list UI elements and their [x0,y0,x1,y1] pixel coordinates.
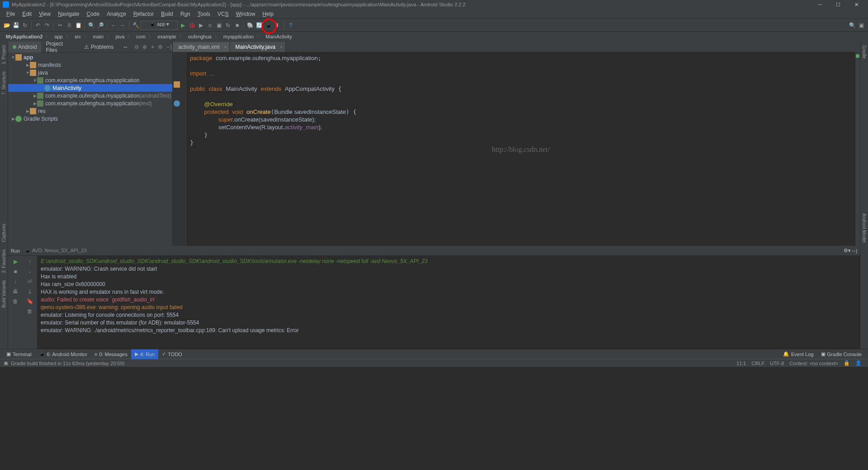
breadcrumb-item[interactable]: main [90,34,105,39]
menu-tools[interactable]: Tools [194,9,214,19]
tree-node[interactable]: ▼com.example.oufenghua.myapplication [8,76,172,84]
stop-run-icon[interactable]: ■ [11,268,19,276]
tree-node[interactable]: MainActivity [8,84,172,92]
menu-refactor[interactable]: Refactor [130,9,157,19]
menu-view[interactable]: View [35,9,54,19]
hector-icon[interactable]: 👤 [853,360,864,366]
tree-node[interactable]: ▶com.example.oufenghua.myapplication (an… [8,92,172,99]
breadcrumb-item[interactable]: app [51,34,64,39]
menu-run[interactable]: Run [177,9,194,19]
breadcrumb-item[interactable]: MyApplication2 [3,34,44,39]
build-icon[interactable]: 🔨 [132,21,140,29]
tree-node[interactable]: ▶com.example.oufenghua.myapplication (te… [8,99,172,107]
settings-icon[interactable]: ▣ [857,21,865,29]
open-icon[interactable]: 📂 [3,21,11,29]
gutter[interactable] [173,52,186,246]
build-variants-tool-button[interactable]: Build Variants [0,277,7,311]
implements-gutter-icon[interactable] [174,100,180,107]
run-icon[interactable]: ▶ [179,21,187,29]
back-icon[interactable]: ← [109,21,118,29]
close-button[interactable]: ✕ [847,0,865,9]
menu-analyze[interactable]: Analyze [103,9,130,19]
tree-node[interactable]: ▶manifests [8,61,172,69]
coverage-icon[interactable]: ▣ [215,21,223,29]
close-icon[interactable]: × [280,45,283,50]
breadcrumb-item[interactable]: oufenghua [185,34,213,39]
tree-node[interactable]: ▶res [8,107,172,115]
wrap-icon[interactable]: ⏎ [26,277,34,286]
project-tool-button[interactable]: 1: Project [0,42,7,68]
stop-icon[interactable]: ■ [233,21,241,29]
debug-icon[interactable]: 🐞 [188,21,196,29]
run-button[interactable]: ▶ 4: Run [131,349,158,359]
menu-build[interactable]: Build [157,9,177,19]
menu-vcs[interactable]: VCS [214,9,232,19]
breadcrumb-item[interactable]: java [112,34,126,39]
event-log-button[interactable]: 🔔 Event Log [779,349,817,359]
status-icon[interactable]: ▣ [4,360,8,366]
structure-tool-button[interactable]: 7: Structure [0,68,7,99]
down-icon[interactable]: ↓ [11,277,19,286]
android-model-tool-button[interactable]: Android Model [861,210,868,246]
attach-icon[interactable]: ⎋ [206,21,214,29]
cut-icon[interactable]: ✂ [56,21,64,29]
tree-node[interactable]: ▼java [8,69,172,76]
save-icon[interactable]: 💾 [12,21,20,29]
code-viewport[interactable]: package com.example.oufenghua.myapplicat… [186,52,855,246]
help-icon[interactable]: ? [286,21,294,29]
breadcrumb-item[interactable]: example [154,34,178,39]
sync-icon[interactable]: ↻ [21,21,29,29]
line-separator[interactable]: CRLF [749,361,767,366]
tab-problems[interactable]: ⚠Problems [80,42,119,52]
breadcrumb-item[interactable]: src [71,34,83,39]
settings-gear-icon[interactable]: ⚙ [157,44,165,50]
redo-icon[interactable]: ↷ [43,21,51,29]
console-output[interactable]: E:\android_studio_SDK\android_studio_SDK… [37,256,860,349]
print-icon[interactable]: 🖶 [11,287,19,296]
scrollbar-marker[interactable] [855,52,860,246]
undo-icon[interactable]: ↶ [34,21,42,29]
favorites-tool-button[interactable]: 2: Favorites [0,246,7,277]
menu-file[interactable]: File [3,9,19,19]
trash-icon[interactable]: 🗑 [26,307,34,315]
paste-icon[interactable]: 📋 [74,21,82,29]
context-label[interactable]: Context: <no context> [787,361,841,366]
maximize-button[interactable]: ☐ [829,0,847,9]
caret-position[interactable]: 11:1 [734,361,749,366]
target-icon[interactable]: ⌖ [148,44,157,50]
copy-icon[interactable]: ⎘ [65,21,73,29]
tree-node-gradle[interactable]: ▶Gradle Scripts [8,115,172,122]
rerun-icon[interactable]: ↻ [224,21,232,29]
filter-icon[interactable]: 🔖 [26,297,34,306]
lock-icon[interactable]: 🔒 [841,360,853,366]
clear-icon[interactable]: 🗑 [11,297,19,306]
find-icon[interactable]: 🔍 [87,21,95,29]
tab-mainactivity-java[interactable]: MainActivity.java× [230,42,285,52]
minimize-button[interactable]: ─ [811,0,829,9]
tab-android[interactable]: Android [8,42,41,52]
file-encoding[interactable]: UTF-8 [767,361,787,366]
tab-activity-main-xml[interactable]: activity_main.xml× [173,42,230,52]
android-monitor-button[interactable]: 📱 6: Android Monitor [35,349,91,359]
menu-help[interactable]: Help [259,9,277,19]
override-gutter-icon[interactable] [174,81,180,88]
up-icon[interactable]: ↑ [26,258,34,266]
sync-gradle-icon[interactable]: 🔄 [255,21,263,29]
menu-window[interactable]: Window [232,9,259,19]
sdk-manager-icon[interactable]: ⬇ [273,21,281,29]
close-icon[interactable]: × [224,45,227,50]
hide-icon[interactable]: →| [164,44,172,50]
editor-body[interactable]: package com.example.oufenghua.myapplicat… [173,52,860,246]
gradle-tool-button[interactable]: Gradle [861,42,868,62]
terminal-button[interactable]: ▣ Terminal [3,349,35,359]
breadcrumb-item[interactable]: com [133,34,147,39]
gradle-icon[interactable]: 🐘 [246,21,254,29]
breadcrumb-item[interactable]: myapplication [220,34,256,39]
project-tree[interactable]: ▼app ▶manifests▼java▼com.example.oufengh… [8,52,172,246]
search-everywhere-icon[interactable]: 🔍 [848,21,856,29]
replace-icon[interactable]: 🔎 [96,21,104,29]
rerun-icon[interactable]: ▶ [11,258,19,266]
breadcrumb-item[interactable]: MainActivity [262,34,294,39]
menu-edit[interactable]: Edit [19,9,35,19]
menu-code[interactable]: Code [83,9,103,19]
